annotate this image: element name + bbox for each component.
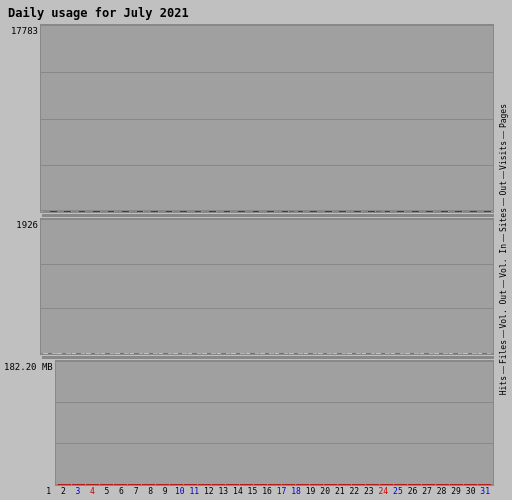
bar-blue: [253, 211, 260, 212]
x-label[interactable]: 10: [173, 487, 187, 496]
bar-red: [156, 484, 169, 485]
bar-red: [212, 484, 225, 485]
bar-cyan: [463, 211, 470, 212]
x-label[interactable]: 17: [275, 487, 289, 496]
bar-group: [130, 211, 143, 212]
bar-blue: [238, 211, 245, 212]
bar-group: [434, 211, 447, 212]
bar-cyan: [478, 211, 485, 212]
bar-blue: [455, 211, 462, 212]
bar-blue: [64, 211, 71, 212]
bar-group: [115, 211, 128, 212]
x-label[interactable]: 14: [231, 487, 245, 496]
x-labels: 1234567891011121314151617181920212223242…: [4, 486, 494, 496]
legend-hits: Hits: [499, 376, 508, 395]
bar-group: [254, 484, 267, 485]
bar-blue: [412, 211, 419, 212]
bar-group: [130, 353, 143, 354]
bar-mid-2: [240, 353, 245, 354]
bar-group: [72, 484, 85, 485]
bar-red: [282, 484, 295, 485]
x-label[interactable]: 12: [202, 487, 216, 496]
bar-group: [43, 353, 56, 354]
bar-group: [420, 211, 433, 212]
x-label[interactable]: 23: [362, 487, 376, 496]
x-label[interactable]: 20: [318, 487, 332, 496]
bar-group: [405, 211, 418, 212]
x-label[interactable]: 4: [86, 487, 100, 496]
bar-group: [310, 484, 323, 485]
x-label[interactable]: 15: [246, 487, 260, 496]
bar-group: [260, 353, 273, 354]
bar-group: [226, 484, 239, 485]
bar-red: [324, 484, 337, 485]
bar-group: [463, 211, 476, 212]
x-label[interactable]: 21: [333, 487, 347, 496]
x-label[interactable]: 1: [42, 487, 56, 496]
bar-red: [464, 484, 477, 485]
x-label[interactable]: 24: [377, 487, 391, 496]
mid-bars-container: [41, 219, 493, 354]
bot-y-max: 182.20 MB: [4, 362, 53, 372]
x-label[interactable]: 22: [347, 487, 361, 496]
x-label[interactable]: 6: [115, 487, 129, 496]
x-label[interactable]: 27: [420, 487, 434, 496]
bar-cyan: [304, 211, 311, 212]
bar-blue: [209, 211, 216, 212]
bar-group: [275, 353, 288, 354]
bar-group: [202, 211, 215, 212]
bar-mid-2: [342, 353, 347, 354]
bar-group: [362, 211, 375, 212]
bar-mid-2: [356, 353, 361, 354]
bar-red: [296, 484, 309, 485]
x-label[interactable]: 13: [217, 487, 231, 496]
bar-blue: [484, 211, 491, 212]
bar-mid-2: [81, 353, 86, 354]
bar-group: [58, 484, 71, 485]
bottom-chart: [55, 360, 494, 486]
x-label[interactable]: 18: [289, 487, 303, 496]
bar-group: [86, 484, 99, 485]
x-label[interactable]: 29: [449, 487, 463, 496]
bar-group: [304, 353, 317, 354]
x-label[interactable]: 2: [57, 487, 71, 496]
bar-group: [72, 211, 85, 212]
bar-group: [198, 484, 211, 485]
x-label[interactable]: 28: [435, 487, 449, 496]
top-chart: [40, 24, 494, 213]
bar-mid-2: [95, 353, 100, 354]
x-label[interactable]: 19: [304, 487, 318, 496]
x-label[interactable]: 3: [71, 487, 85, 496]
bar-blue: [325, 211, 332, 212]
bar-group: [86, 353, 99, 354]
bar-group: [202, 353, 215, 354]
x-label[interactable]: 25: [391, 487, 405, 496]
bar-group: [246, 211, 259, 212]
bar-cyan: [405, 211, 412, 212]
bar-group: [246, 353, 259, 354]
x-label[interactable]: 5: [100, 487, 114, 496]
bar-blue: [385, 211, 390, 212]
chart-title: Daily usage for July 2021: [4, 4, 494, 24]
x-label[interactable]: 26: [406, 487, 420, 496]
legend-out: Out: [499, 181, 508, 195]
bar-group: [449, 353, 462, 354]
bar-red: [408, 484, 421, 485]
x-label[interactable]: 8: [144, 487, 158, 496]
x-label[interactable]: 11: [187, 487, 201, 496]
bar-group: [115, 353, 128, 354]
bar-group: [144, 211, 157, 212]
x-label[interactable]: 9: [158, 487, 172, 496]
x-label[interactable]: 30: [464, 487, 478, 496]
bar-cyan: [43, 211, 50, 212]
x-label[interactable]: 16: [260, 487, 274, 496]
bar-group: [231, 211, 244, 212]
x-label[interactable]: 31: [478, 487, 492, 496]
bar-mid-2: [52, 353, 57, 354]
bar-cyan: [188, 211, 195, 212]
x-label[interactable]: 7: [129, 487, 143, 496]
bar-mid-2: [371, 353, 376, 354]
bar-group: [289, 211, 302, 212]
bar-mid-2: [429, 353, 434, 354]
bar-red: [310, 484, 323, 485]
